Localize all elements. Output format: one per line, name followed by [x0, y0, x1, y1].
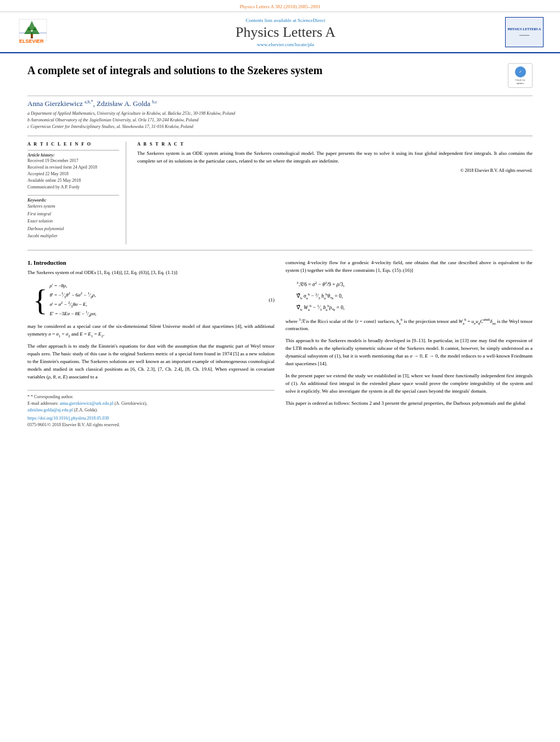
communicated-by: Communicated by A.P. Fordy	[27, 184, 119, 191]
right-para2: where 3ℛ is the Ricci scalar of the {t =…	[285, 318, 533, 333]
email-label: E-mail addresses:	[27, 401, 59, 406]
equation-1: { ρ′ = −θρ, θ′ = −1⁄3θ2 − 6σ2 − 1⁄2ρ, σ′…	[33, 281, 275, 319]
check-updates-badge: ✓ Check forupdates	[508, 63, 533, 88]
journal-header: ELSEVIER Contents lists available at Sci…	[0, 12, 560, 53]
check-updates-label: Check forupdates	[516, 79, 525, 85]
eq-line-e: E′ = −3Eσ − θE − 1⁄2ρσ,	[49, 309, 96, 319]
article-history: Article history: Received 19 December 20…	[27, 153, 119, 191]
history-label: Article history:	[27, 153, 119, 158]
article-title: A complete set of integrals and solution…	[27, 63, 508, 77]
received-revised-date: Received in revised form 24 April 2018	[27, 164, 119, 171]
journal-reference: Physics Letters A 382 (2018) 2085–2091	[239, 4, 320, 9]
check-updates-icon: ✓	[515, 66, 526, 77]
affil-b: b Astronomical Observatory of the Jagiel…	[27, 117, 533, 124]
intro-para1: The Szekeres system of real ODEs [1, Eq.…	[27, 269, 275, 277]
abstract-label: A B S T R A C T	[137, 142, 533, 147]
svg-text:ELSEVIER: ELSEVIER	[19, 38, 44, 44]
body-section: 1. Introduction The Szekeres system of r…	[27, 259, 533, 428]
constraint-eq2: ∇̃b σab − 2⁄3 habθ,b = 0,	[296, 291, 533, 302]
contents-label: Contents lists available at	[246, 18, 296, 23]
doi-line[interactable]: https://doi.org/10.1016/j.physleta.2018.…	[27, 415, 275, 422]
affil-a: a Department of Applied Mathematics, Uni…	[27, 110, 533, 117]
available-date: Available online 25 May 2018	[27, 177, 119, 184]
body-left-col: 1. Introduction The Szekeres system of r…	[27, 259, 275, 428]
left-brace: {	[33, 285, 47, 315]
right-para5: This paper is ordered as follows: Sectio…	[285, 400, 533, 408]
affil-c: c Copernicus Center for Interdisciplinar…	[27, 124, 533, 130]
kw-exact: Exact solution	[27, 217, 119, 225]
right-para1: comoving 4-velocity flow for a geodesic …	[285, 259, 533, 275]
journal-title: Physics Letters A	[77, 24, 494, 41]
and-word: and	[373, 400, 380, 406]
right-para4: In the present paper we extend the study…	[285, 372, 533, 395]
equation-system: { ρ′ = −θρ, θ′ = −1⁄3θ2 − 6σ2 − 1⁄2ρ, σ′…	[33, 281, 97, 319]
kw-darboux: Darboux polynomial	[27, 225, 119, 233]
eq-line-rho: ρ′ = −θρ,	[49, 281, 96, 291]
constraint-equations: 3ℛ/6 = σ2 − θ2/9 + ρ/3, ∇̃b σab − 2⁄3 ha…	[296, 279, 533, 314]
kw-first-integral: First integral	[27, 210, 119, 218]
body-right-col: comoving 4-velocity flow for a geodesic …	[285, 259, 533, 428]
email1-name: (A. Gierzkiewicz),	[114, 401, 147, 406]
copyright-notice: © 2018 Elsevier B.V. All rights reserved…	[137, 168, 533, 173]
email2[interactable]: zdzislaw.golda@uj.edu.pl	[27, 408, 73, 412]
email1[interactable]: anna.gierzkiewicz@urk.edu.pl	[60, 401, 114, 406]
journal-center: Contents lists available at ScienceDirec…	[77, 18, 494, 47]
journal-reference-bar: Physics Letters A 382 (2018) 2085–2091	[0, 0, 560, 12]
intro-section-title: 1. Introduction	[27, 259, 275, 266]
page: Physics Letters A 382 (2018) 2085–2091 E…	[0, 0, 560, 742]
kw-jacobi: Jacobi multiplier	[27, 232, 119, 240]
constraint-eq1: 3ℛ/6 = σ2 − θ2/9 + ρ/3,	[296, 279, 533, 291]
eq-number-1: (1)	[269, 297, 275, 303]
right-para3: This approach to the Szekeres models is …	[285, 337, 533, 368]
main-content: A complete set of integrals and solution…	[0, 53, 560, 439]
logo-right-decoration: ━━━━━━	[519, 34, 529, 37]
authors-line: Anna Gierzkiewicz a,b,*, Zdzisław A. Gol…	[27, 99, 533, 108]
received-date: Received 19 December 2017	[27, 158, 119, 164]
journal-url[interactable]: www.elsevier.com/locate/pla	[77, 42, 494, 47]
abstract-panel: A B S T R A C T The Szekeres system is a…	[137, 142, 533, 244]
eq-line-theta: θ′ = −1⁄3θ2 − 6σ2 − 1⁄2ρ,	[49, 291, 96, 300]
journal-logo-right: PHYSICS LETTERS A ━━━━━━	[505, 17, 544, 47]
article-info-label: A R T I C L E I N F O	[27, 142, 119, 147]
constraint-eq3: ∇̃b Wab − 1⁄3 habρ,b = 0,	[296, 302, 533, 314]
info-abstract-section: A R T I C L E I N F O Article history: R…	[27, 136, 533, 250]
article-info-panel: A R T I C L E I N F O Article history: R…	[27, 142, 126, 244]
issn-line: 0375-9601/© 2018 Elsevier B.V. All right…	[27, 422, 275, 428]
logo-right-label: PHYSICS LETTERS A	[508, 27, 541, 32]
footnote-emails: E-mail addresses: anna.gierzkiewicz@urk.…	[27, 400, 275, 407]
svg-rect-7	[31, 34, 33, 38]
intro-para3: The other approach is to study the Einst…	[27, 343, 275, 381]
elsevier-logo: ELSEVIER	[16, 16, 66, 48]
email2-name: (Z.A. Golda).	[74, 408, 98, 412]
footnote-email2: zdzislaw.golda@uj.edu.pl (Z.A. Golda).	[27, 407, 275, 414]
keywords-group: Keywords: Szekeres system First integral…	[27, 198, 119, 240]
contents-line: Contents lists available at ScienceDirec…	[77, 18, 494, 23]
keywords-list: Szekeres system First integral Exact sol…	[27, 203, 119, 240]
eq-line-sigma: σ′ = σ2 − 2⁄3θσ − E,	[49, 300, 96, 309]
kw-szekeres: Szekeres system	[27, 203, 119, 210]
abstract-text: The Szekeres system is an ODE system ari…	[137, 150, 533, 165]
intro-para2: may be considered as a special case of t…	[27, 323, 275, 338]
sciencedirect-link[interactable]: ScienceDirect	[298, 18, 325, 23]
footnote-star: * * Corresponding author.	[27, 394, 275, 400]
affiliations: a Department of Applied Mathematics, Uni…	[27, 110, 533, 130]
keywords-label: Keywords:	[27, 198, 119, 203]
equation-lines: ρ′ = −θρ, θ′ = −1⁄3θ2 − 6σ2 − 1⁄2ρ, σ′ =…	[49, 281, 96, 319]
accepted-date: Accepted 22 May 2018	[27, 171, 119, 177]
footnote-area: * * Corresponding author. E-mail address…	[27, 390, 275, 428]
